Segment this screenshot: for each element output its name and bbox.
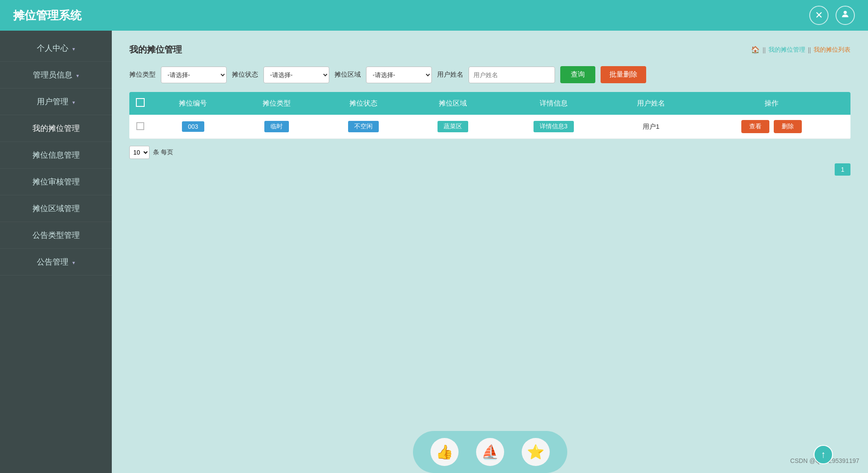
header-stall-area: 摊位区域 bbox=[408, 92, 498, 115]
username-input[interactable] bbox=[469, 67, 555, 83]
row-stall-area: 蔬菜区 bbox=[408, 115, 498, 139]
main-layout: 个人中心 ▾ 管理员信息 ▾ 用户管理 ▾ 我的摊位管理 摊位信息管理 摊位审核… bbox=[0, 31, 868, 473]
sidebar-item-my-stall[interactable]: 我的摊位管理 bbox=[0, 115, 112, 142]
header-stall-no: 摊位编号 bbox=[151, 92, 235, 115]
main-content: 我的摊位管理 🏠 || 我的摊位管理 || 我的摊位列表 摊位类型 -请选择- … bbox=[112, 31, 868, 473]
stall-area-badge: 蔬菜区 bbox=[438, 121, 468, 132]
table-row: 003 临时 不空闲 蔬菜区 详情信息3 bbox=[129, 115, 850, 139]
sidebar-item-stall-audit[interactable]: 摊位审核管理 bbox=[0, 169, 112, 195]
breadcrumb-sep2: || bbox=[808, 46, 811, 53]
row-stall-status: 不空闲 bbox=[319, 115, 408, 139]
sidebar-item-stall-area[interactable]: 摊位区域管理 bbox=[0, 195, 112, 222]
header-username: 用户姓名 bbox=[609, 92, 693, 115]
sidebar-item-label: 摊位审核管理 bbox=[32, 177, 80, 186]
arrow-icon: ▾ bbox=[72, 99, 75, 106]
sidebar-item-label: 公告类型管理 bbox=[32, 231, 80, 240]
sidebar-item-label: 我的摊位管理 bbox=[32, 124, 80, 133]
sidebar-item-announcement-type[interactable]: 公告类型管理 bbox=[0, 222, 112, 249]
detail-info-badge: 详情信息3 bbox=[534, 121, 574, 132]
row-actions: 查看 删除 bbox=[693, 115, 850, 139]
view-button[interactable]: 查看 bbox=[741, 120, 769, 133]
sidebar-item-admin-info[interactable]: 管理员信息 ▾ bbox=[0, 62, 112, 88]
stall-status-badge: 不空闲 bbox=[348, 121, 379, 132]
row-checkbox[interactable] bbox=[136, 122, 144, 130]
breadcrumb-my-stall[interactable]: 我的摊位管理 bbox=[768, 46, 805, 54]
breadcrumb-stall-list[interactable]: 我的摊位列表 bbox=[814, 46, 850, 54]
arrow-icon: ▾ bbox=[72, 46, 75, 52]
header-action: 操作 bbox=[693, 92, 850, 115]
header-checkbox-col bbox=[129, 92, 151, 115]
header-detail-info: 详情信息 bbox=[498, 92, 609, 115]
pagination-bar: 10 20 50 条 每页 bbox=[129, 146, 850, 159]
stall-type-badge: 临时 bbox=[264, 121, 289, 132]
batch-delete-button[interactable]: 批量删除 bbox=[601, 66, 646, 83]
stall-area-select[interactable]: -请选择- bbox=[366, 67, 432, 83]
svg-point-0 bbox=[843, 11, 847, 14]
page-number-area: 1 bbox=[129, 163, 850, 176]
sidebar-item-announcement[interactable]: 公告管理 ▾ bbox=[0, 249, 112, 275]
arrow-icon: ▾ bbox=[72, 260, 75, 266]
row-checkbox-cell bbox=[129, 115, 151, 139]
sidebar-item-label: 摊位信息管理 bbox=[32, 151, 80, 159]
header-stall-status: 摊位状态 bbox=[319, 92, 408, 115]
sidebar-item-label: 用户管理 bbox=[37, 97, 68, 106]
app-title: 摊位管理系统 bbox=[13, 8, 82, 23]
sidebar: 个人中心 ▾ 管理员信息 ▾ 用户管理 ▾ 我的摊位管理 摊位信息管理 摊位审核… bbox=[0, 31, 112, 473]
stall-type-label: 摊位类型 bbox=[129, 71, 156, 79]
sidebar-item-label: 管理员信息 bbox=[33, 71, 72, 79]
sidebar-item-label: 个人中心 bbox=[37, 44, 68, 53]
row-stall-type: 临时 bbox=[235, 115, 319, 139]
page-title: 我的摊位管理 bbox=[129, 44, 182, 56]
scroll-top-button[interactable]: ↑ bbox=[814, 445, 833, 464]
stall-no-badge: 003 bbox=[182, 121, 204, 132]
row-stall-no: 003 bbox=[151, 115, 235, 139]
sidebar-item-stall-info[interactable]: 摊位信息管理 bbox=[0, 142, 112, 169]
sidebar-item-label: 公告管理 bbox=[37, 258, 68, 266]
header: 摊位管理系统 ✕ bbox=[0, 0, 868, 31]
user-icon-btn[interactable] bbox=[836, 6, 855, 25]
per-page-select[interactable]: 10 20 50 bbox=[129, 146, 149, 159]
stall-table: 摊位编号 摊位类型 摊位状态 摊位区域 详情信息 用户姓名 操作 bbox=[129, 92, 850, 139]
stall-type-select[interactable]: -请选择- bbox=[161, 67, 227, 83]
stall-status-label: 摊位状态 bbox=[232, 71, 258, 79]
table-header-row: 摊位编号 摊位类型 摊位状态 摊位区域 详情信息 用户姓名 操作 bbox=[129, 92, 850, 115]
scroll-top-icon: ↑ bbox=[821, 449, 826, 460]
breadcrumb-sep1: || bbox=[762, 46, 765, 53]
header-stall-type: 摊位类型 bbox=[235, 92, 319, 115]
per-page-label: 条 每页 bbox=[153, 148, 173, 156]
page-1-button[interactable]: 1 bbox=[835, 163, 850, 176]
delete-button[interactable]: 删除 bbox=[774, 120, 802, 133]
query-button[interactable]: 查询 bbox=[560, 66, 595, 83]
row-username: 用户1 bbox=[609, 115, 693, 139]
stall-area-label: 摊位区域 bbox=[334, 71, 361, 79]
home-icon[interactable]: 🏠 bbox=[751, 46, 760, 54]
stall-table-container: 摊位编号 摊位类型 摊位状态 摊位区域 详情信息 用户姓名 操作 bbox=[129, 92, 850, 139]
breadcrumb: 🏠 || 我的摊位管理 || 我的摊位列表 bbox=[751, 46, 850, 54]
sidebar-item-personal-center[interactable]: 个人中心 ▾ bbox=[0, 35, 112, 62]
username-label: 用户姓名 bbox=[437, 71, 463, 79]
filter-bar: 摊位类型 -请选择- 摊位状态 -请选择- 摊位区域 -请选择- 用户姓名 查询… bbox=[129, 66, 850, 83]
sidebar-item-label: 摊位区域管理 bbox=[32, 204, 80, 213]
close-icon-btn[interactable]: ✕ bbox=[809, 6, 829, 25]
arrow-icon: ▾ bbox=[76, 73, 79, 79]
user-icon bbox=[840, 9, 850, 21]
close-icon: ✕ bbox=[815, 10, 823, 21]
header-icons: ✕ bbox=[809, 6, 855, 25]
breadcrumb-bar: 我的摊位管理 🏠 || 我的摊位管理 || 我的摊位列表 bbox=[129, 44, 850, 56]
select-all-checkbox[interactable] bbox=[136, 98, 145, 107]
row-detail-info: 详情信息3 bbox=[498, 115, 609, 139]
sidebar-item-user-manage[interactable]: 用户管理 ▾ bbox=[0, 88, 112, 115]
stall-status-select[interactable]: -请选择- bbox=[263, 67, 329, 83]
